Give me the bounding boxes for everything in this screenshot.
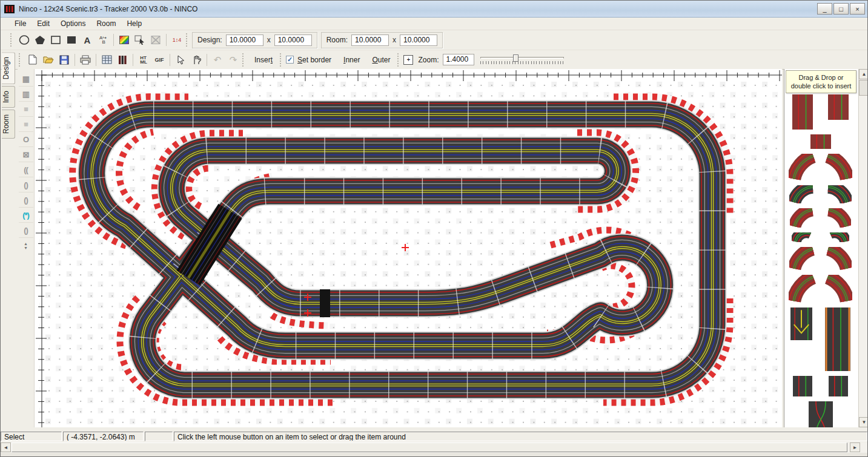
set-border-checkbox[interactable]: ✓ bbox=[286, 56, 294, 64]
open-file-button[interactable] bbox=[41, 53, 56, 67]
piece-large-curve[interactable] bbox=[824, 275, 852, 304]
minimize-button[interactable]: _ bbox=[817, 3, 832, 15]
print-button[interactable] bbox=[78, 53, 93, 67]
scroll-down-button[interactable]: ▼ bbox=[859, 417, 868, 427]
redo-button[interactable]: ↷ bbox=[226, 53, 240, 67]
zoom-slider[interactable] bbox=[480, 54, 564, 66]
menu-item-file[interactable]: File bbox=[9, 18, 31, 29]
toolbar-grip[interactable] bbox=[19, 53, 22, 67]
insert-button[interactable]: Insert bbox=[254, 56, 273, 64]
tool-quarter-straight-icon[interactable]: ≡ bbox=[19, 117, 33, 132]
tool-standard-curve-icon[interactable]: () bbox=[19, 177, 33, 192]
close-button[interactable]: × bbox=[850, 3, 865, 15]
tool-outer-curve-icon[interactable]: (( bbox=[19, 162, 33, 177]
lane-numbers-tool-button[interactable]: 1↕4 bbox=[170, 33, 184, 47]
text-tool-button[interactable]: A bbox=[80, 33, 94, 47]
maximize-button[interactable]: □ bbox=[833, 3, 849, 15]
menu-item-room[interactable]: Room bbox=[91, 18, 121, 29]
power-connector-piece[interactable] bbox=[320, 289, 330, 317]
piece-mid-curve[interactable] bbox=[789, 247, 816, 272]
tool-inner-curve-icon[interactable]: () bbox=[19, 192, 33, 208]
tool-ghost-curve-icon[interactable]: () bbox=[19, 223, 33, 238]
scroll-right-button[interactable]: ► bbox=[850, 442, 860, 452]
tool-selected-curve-icon[interactable]: (*) bbox=[19, 208, 33, 223]
html-export-button[interactable]: HTML bbox=[136, 53, 151, 67]
menu-item-options[interactable]: Options bbox=[55, 18, 91, 29]
piece-quarter-straight[interactable] bbox=[810, 134, 831, 151]
hscrollbar-thumb[interactable] bbox=[12, 442, 847, 452]
piece-standard-curve[interactable] bbox=[826, 208, 851, 229]
gif-export-button[interactable]: GIF bbox=[152, 53, 167, 67]
track-tool-palette: ▦▥≡≡O⊠((()()(*)()▴▾ bbox=[18, 69, 35, 427]
select-object-tool-button[interactable] bbox=[133, 33, 147, 47]
tool-loop-track-icon[interactable]: O bbox=[19, 132, 33, 147]
piece-inner-curve-small[interactable] bbox=[827, 232, 849, 244]
new-file-button[interactable] bbox=[25, 53, 40, 67]
html-export-icon: HTML bbox=[140, 56, 147, 64]
room-height-field[interactable]: 10.0000 bbox=[400, 35, 437, 46]
undo-button[interactable]: ↶ bbox=[210, 53, 225, 67]
save-file-button[interactable] bbox=[57, 53, 71, 67]
piece-large-curve[interactable] bbox=[789, 275, 817, 304]
outer-button[interactable]: Outer bbox=[372, 56, 390, 64]
inner-button[interactable]: Inner bbox=[343, 56, 360, 64]
piece-row bbox=[784, 185, 856, 205]
tab-design[interactable]: Design bbox=[2, 52, 15, 84]
parts-panel-scrollbar[interactable]: ▲ ▼ bbox=[858, 69, 868, 427]
zoom-value-field[interactable]: 1.4000 bbox=[443, 54, 474, 65]
scroll-left-button[interactable]: ◄ bbox=[1, 442, 11, 452]
piece-inner-curve-small[interactable] bbox=[792, 232, 813, 244]
piece-half-straight[interactable] bbox=[828, 94, 849, 122]
piece-crossover-straight[interactable] bbox=[809, 401, 833, 427]
zoom-slider-track bbox=[480, 57, 564, 59]
piece-mid-curve[interactable] bbox=[825, 247, 852, 272]
piece-border-curve[interactable] bbox=[825, 185, 852, 205]
room-size-group: Room: 10.0000 x 10.0000 bbox=[321, 32, 443, 48]
piece-short-straight[interactable] bbox=[793, 376, 812, 398]
room-width-field[interactable]: 10.0000 bbox=[351, 35, 389, 46]
design-canvas[interactable] bbox=[35, 69, 782, 427]
tab-room[interactable]: Room bbox=[2, 110, 15, 139]
piece-pit-straight[interactable] bbox=[825, 307, 850, 373]
ellipse-icon bbox=[19, 35, 30, 45]
canvas-horizontal-scrollbar[interactable]: ◄ ► bbox=[1, 442, 868, 453]
zoom-slider-thumb[interactable] bbox=[513, 54, 518, 62]
tool-half-straight-icon[interactable]: ≡ bbox=[19, 102, 33, 117]
piece-outer-curve[interactable] bbox=[789, 154, 817, 182]
piece-lane-change-straight[interactable] bbox=[790, 307, 812, 342]
scroll-up-button[interactable]: ▲ bbox=[859, 69, 868, 79]
zoom-in-button[interactable]: + bbox=[403, 55, 413, 65]
tab-info[interactable]: Info bbox=[2, 86, 15, 108]
design-width-field[interactable]: 10.0000 bbox=[226, 35, 263, 46]
tool-crossed-track-icon[interactable]: ⊠ bbox=[19, 147, 33, 162]
rename-tool-button[interactable]: A↪ B bbox=[96, 33, 110, 47]
piece-border-curve[interactable] bbox=[789, 185, 816, 205]
piece-standard-straight[interactable] bbox=[792, 94, 813, 131]
pan-hand-button[interactable] bbox=[189, 53, 204, 67]
track-parts-panel[interactable]: Drag & Drop or double click to insert bbox=[784, 69, 858, 427]
rectangle-tool-button[interactable] bbox=[48, 33, 63, 47]
pointer-button[interactable] bbox=[173, 53, 188, 67]
piece-outer-curve[interactable] bbox=[824, 154, 852, 182]
ellipse-tool-button[interactable] bbox=[17, 33, 31, 47]
menu-item-edit[interactable]: Edit bbox=[31, 18, 55, 29]
piece-short-straight[interactable] bbox=[829, 376, 848, 398]
track-columns-button[interactable] bbox=[115, 53, 130, 67]
open-file-icon bbox=[43, 55, 54, 64]
polygon-tool-button[interactable] bbox=[33, 33, 47, 47]
set-border-label[interactable]: Set border bbox=[297, 56, 331, 64]
piece-standard-curve[interactable] bbox=[790, 208, 815, 229]
tool-crossing-track-icon[interactable]: ▦ bbox=[19, 71, 33, 87]
redo-icon: ↷ bbox=[230, 54, 237, 65]
filled-rectangle-tool-button[interactable] bbox=[64, 33, 79, 47]
tool-straight-track-icon[interactable]: ▥ bbox=[19, 87, 33, 102]
title-bar[interactable]: Ninco - 12x24 Scenic.tr3 - Tracker 2000 … bbox=[1, 1, 868, 18]
scrollbar-thumb[interactable] bbox=[859, 80, 868, 96]
delete-object-tool-button[interactable] bbox=[148, 33, 163, 47]
menu-item-help[interactable]: Help bbox=[121, 18, 147, 29]
design-height-field[interactable]: 10.0000 bbox=[274, 35, 312, 46]
track-table-button[interactable] bbox=[99, 53, 114, 67]
palette-scroll-arrows[interactable]: ▴▾ bbox=[24, 242, 27, 250]
palette-tool-button[interactable] bbox=[117, 33, 131, 47]
toolbar-grip[interactable] bbox=[10, 33, 13, 47]
